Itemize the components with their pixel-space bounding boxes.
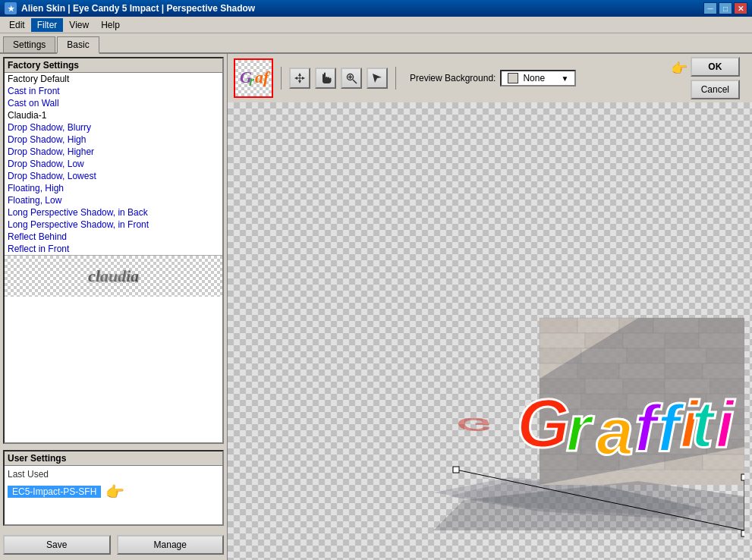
right-panel: G r af Preview Background: — [228, 54, 752, 560]
minimize-button[interactable]: ─ — [703, 2, 717, 14]
toolbar-separator-1 — [281, 67, 282, 90]
list-item-floating-low[interactable]: Floating, Low — [5, 194, 222, 206]
claudia-preview: claudia — [5, 255, 222, 297]
close-button[interactable]: ✕ — [734, 2, 747, 14]
svg-rect-9 — [577, 318, 619, 333]
list-item-drop-shadow-high[interactable]: Drop Shadow, High — [5, 134, 222, 146]
svg-text:af: af — [255, 68, 270, 87]
factory-settings-list[interactable]: Factory Default Cast in Front Cast on Wa… — [5, 73, 222, 439]
move-tool-button[interactable] — [289, 68, 310, 89]
svg-line-4 — [353, 80, 357, 83]
save-button[interactable]: Save — [3, 535, 111, 555]
preview-thumbnail: G r af — [234, 58, 273, 98]
svg-rect-8 — [540, 318, 577, 333]
list-item-drop-shadow-blurry[interactable]: Drop Shadow, Blurry — [5, 121, 222, 134]
toolbar: G r af Preview Background: — [228, 54, 752, 102]
list-item-long-persp-back[interactable]: Long Perspective Shadow, in Back — [5, 206, 222, 219]
user-settings-header: User Settings — [5, 451, 222, 466]
menu-filter[interactable]: Filter — [31, 18, 64, 32]
ok-cancel-buttons: 👉 OK Cancel — [691, 57, 746, 99]
ok-hand-icon: 👉 — [671, 60, 687, 77]
svg-text:t: t — [691, 386, 716, 461]
main-layout: Factory Settings Factory Default Cast in… — [0, 54, 752, 560]
cancel-button[interactable]: Cancel — [691, 80, 740, 99]
list-item-reflect-front[interactable]: Reflect in Front — [5, 243, 222, 255]
titlebar: ★ Alien Skin | Eye Candy 5 Impact | Pers… — [0, 0, 752, 17]
list-item-cast-on-wall[interactable]: Cast on Wall — [5, 97, 222, 109]
preview-bg-color-swatch — [508, 73, 518, 83]
maximize-button[interactable]: □ — [719, 2, 732, 14]
toolbar-separator-2 — [395, 67, 396, 90]
list-item-drop-shadow-low[interactable]: Drop Shadow, Low — [5, 158, 222, 170]
factory-settings-header: Factory Settings — [5, 58, 222, 73]
menu-edit[interactable]: Edit — [3, 18, 31, 32]
cancel-button-label: Cancel — [701, 84, 729, 95]
window-controls: ─ □ ✕ — [703, 2, 747, 14]
list-item-drop-shadow-higher[interactable]: Drop Shadow, Higher — [5, 146, 222, 158]
menubar: Edit Filter View Help — [0, 17, 752, 33]
svg-text:G: G — [456, 414, 492, 435]
factory-settings-container: Factory Settings Factory Default Cast in… — [3, 57, 224, 444]
ok-button[interactable]: 👉 OK — [691, 57, 740, 77]
thumbnail-svg: G r af — [237, 61, 270, 95]
menu-help[interactable]: Help — [95, 18, 126, 32]
bottom-buttons: Save Manage — [0, 529, 227, 560]
user-settings-body: Last Used EC5-Impact-PS-SFH 👉 — [5, 466, 222, 504]
svg-rect-13 — [540, 333, 585, 348]
selected-user-item[interactable]: EC5-Impact-PS-SFH — [8, 486, 101, 498]
svg-text:a: a — [596, 394, 634, 469]
svg-rect-69 — [453, 467, 459, 473]
svg-text:G: G — [517, 385, 570, 461]
arrow-tool-button[interactable] — [367, 68, 388, 89]
svg-text:i: i — [716, 386, 735, 461]
last-used-label: Last Used — [8, 469, 219, 480]
hand-cursor-icon: 👉 — [105, 483, 124, 501]
list-item-claudia[interactable]: Claudia-1 — [5, 109, 222, 121]
list-item-cast-in-front[interactable]: Cast in Front — [5, 85, 222, 97]
menu-view[interactable]: View — [63, 18, 95, 32]
list-item-factory-default[interactable]: Factory Default — [5, 73, 222, 85]
tabs-bar: Settings Basic — [0, 33, 752, 54]
graffiti-letters: G r a f f i t i — [517, 385, 735, 469]
selected-user-item-label: EC5-Impact-PS-SFH — [12, 486, 96, 497]
zoom-tool-button[interactable] — [341, 68, 362, 89]
list-item-drop-shadow-lowest[interactable]: Drop Shadow, Lowest — [5, 170, 222, 182]
svg-text:r: r — [249, 74, 255, 89]
svg-rect-71 — [741, 530, 744, 536]
claudia-preview-text: claudia — [88, 266, 139, 286]
window-title: Alien Skin | Eye Candy 5 Impact | Perspe… — [21, 3, 703, 14]
list-item-reflect-behind[interactable]: Reflect Behind — [5, 231, 222, 243]
graffiti-artwork: G r a f f i t i — [373, 272, 744, 546]
preview-bg-value: None — [523, 73, 545, 83]
dropdown-arrow-icon: ▼ — [561, 74, 568, 83]
preview-bg-select[interactable]: None ▼ — [500, 70, 576, 87]
list-item-floating-high[interactable]: Floating, High — [5, 182, 222, 194]
svg-rect-70 — [741, 474, 744, 480]
svg-text:r: r — [566, 392, 594, 464]
tab-settings[interactable]: Settings — [3, 36, 55, 52]
user-settings-container: User Settings Last Used EC5-Impact-PS-SF… — [3, 450, 224, 526]
left-panel: Factory Settings Factory Default Cast in… — [0, 54, 228, 560]
list-item-long-persp-front[interactable]: Long Perspective Shadow, in Front — [5, 219, 222, 231]
ok-button-label: OK — [708, 61, 722, 72]
app-icon: ★ — [5, 2, 17, 14]
hand-tool-button[interactable] — [315, 68, 336, 89]
preview-bg-label: Preview Background: — [410, 73, 496, 83]
canvas-area: G r a f f i t i — [228, 102, 752, 560]
tab-basic[interactable]: Basic — [57, 36, 99, 54]
manage-button[interactable]: Manage — [117, 535, 225, 555]
